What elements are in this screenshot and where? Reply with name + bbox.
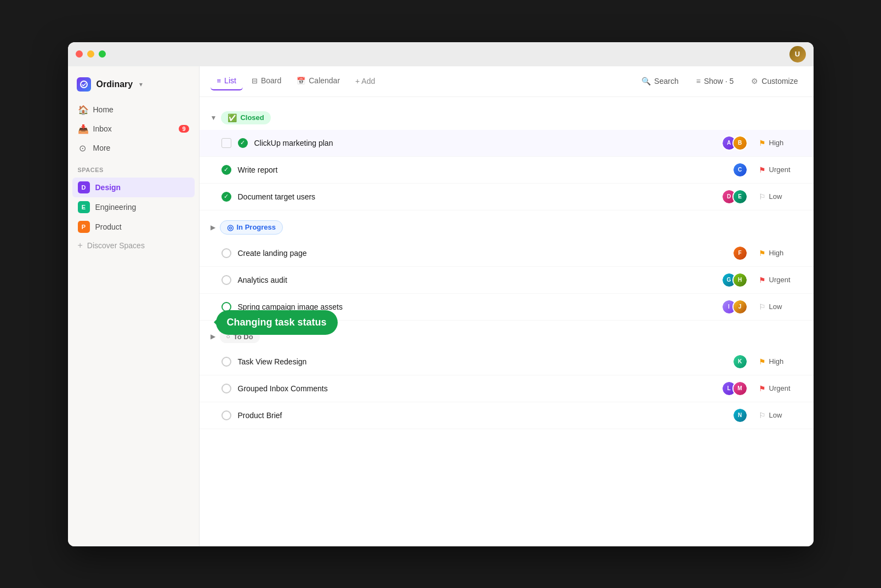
sidebar-item-home[interactable]: 🏠 Home [72,100,195,119]
product-dot: P [78,221,90,233]
sidebar-item-more[interactable]: ⊙ More [72,139,195,158]
sidebar-item-product[interactable]: P Product [72,217,195,237]
task-status-icon[interactable]: ✓ [238,138,248,148]
main-panel: ≡ List ⊟ Board 📅 Calendar + Add [200,66,814,546]
sidebar-item-inbox-label: Inbox [93,124,112,133]
customize-icon: ⚙ [751,77,758,85]
discover-spaces-plus-icon: + [78,241,83,250]
section-closed-header[interactable]: ▼ ✅ Closed [200,106,814,130]
engineering-dot: E [78,201,90,213]
priority-label: High [769,357,784,366]
task-status-icon[interactable] [221,248,231,258]
todo-circle-icon: ○ [226,333,230,340]
inprogress-label: In Progress [237,223,276,231]
calendar-icon: 📅 [297,77,305,85]
task-status-icon[interactable] [221,275,231,285]
brand-logo[interactable]: Ordinary ▾ [68,73,199,100]
main-header: ≡ List ⊟ Board 📅 Calendar + Add [200,66,814,97]
task-status-icon[interactable] [221,410,231,420]
todo-chevron-icon: ▶ [211,333,215,340]
section-inprogress-header[interactable]: ▶ ◎ In Progress [200,215,814,240]
search-button[interactable]: 🔍 Search [637,73,683,89]
sidebar-item-design[interactable]: D Design [72,178,195,197]
task-assignees: F [732,246,748,261]
high-flag-icon: ⚑ [759,357,766,366]
sidebar-item-more-label: More [93,144,111,152]
sidebar-item-home-label: Home [93,105,113,114]
low-flag-icon: ⚐ [759,302,766,311]
low-flag-icon: ⚐ [759,192,766,201]
task-status-icon[interactable] [221,357,231,367]
inbox-icon: 📥 [78,124,88,134]
task-status-icon[interactable] [221,302,231,312]
brand-chevron-icon: ▾ [139,81,143,88]
task-name: Task View Redesign [238,357,732,366]
task-status-icon[interactable]: ✓ [221,165,231,175]
priority-badge: ⚑ High [759,139,803,147]
close-button[interactable] [76,50,83,58]
priority-badge: ⚐ Low [759,302,803,311]
sidebar-item-engineering[interactable]: E Engineering [72,197,195,217]
search-icon: 🔍 [641,77,651,85]
avatar: E [732,189,748,204]
tab-board[interactable]: ⊟ Board [245,72,288,90]
minimize-button[interactable] [87,50,94,58]
row-select-checkbox[interactable] [221,138,231,148]
priority-label: Urgent [769,276,791,284]
search-label: Search [654,77,678,85]
task-name: Document target users [238,192,721,201]
customize-label: Customize [761,77,798,85]
table-row[interactable]: Spring campaign image assets I J ⚐ Low C… [200,294,814,321]
table-row[interactable]: Create landing page F ⚑ High [200,240,814,267]
task-assignees: C [732,162,748,178]
task-status-icon[interactable] [221,384,231,393]
table-row[interactable]: ⠿ ✓ ClickUp marketing plan A B ⚑ [200,130,814,157]
table-row[interactable]: ✓ Document target users D E ⚐ Low [200,184,814,210]
table-row[interactable]: Task View Redesign K ⚑ High [200,349,814,375]
engineering-label: Engineering [95,203,137,212]
show-button[interactable]: ≡ Show · 5 [692,73,738,89]
closed-status-badge: ✅ Closed [221,111,270,124]
user-avatar[interactable]: U [789,46,806,62]
table-row[interactable]: Product Brief N ⚐ Low [200,402,814,429]
board-icon: ⊟ [252,77,258,85]
spaces-section: Spaces D Design E Engineering P Product … [68,158,199,256]
task-name: Create landing page [238,249,732,258]
table-row[interactable]: ✓ Write report C ⚑ Urgent [200,157,814,184]
tab-calendar[interactable]: 📅 Calendar [290,72,346,90]
table-row[interactable]: Grouped Inbox Comments L M ⚑ Urgent [200,375,814,402]
task-assignees: N [732,408,748,423]
customize-button[interactable]: ⚙ Customize [747,73,802,89]
task-status-icon[interactable]: ✓ [221,192,231,202]
discover-spaces-button[interactable]: + Discover Spaces [72,237,195,254]
add-view-button[interactable]: + Add [349,72,382,90]
avatar: N [732,408,748,423]
sidebar: Ordinary ▾ 🏠 Home 📥 Inbox 9 ⊙ More [68,66,200,546]
maximize-button[interactable] [99,50,106,58]
priority-label: Low [769,411,782,419]
todo-label: To Do [234,333,253,341]
inbox-badge: 9 [179,125,189,133]
discover-spaces-label: Discover Spaces [87,241,145,250]
urgent-flag-icon: ⚑ [759,165,766,174]
task-assignees: K [732,354,748,369]
sidebar-item-inbox[interactable]: 📥 Inbox 9 [72,119,195,139]
priority-label: Urgent [769,165,791,174]
avatar: J [732,299,748,315]
task-assignees: I J [721,299,748,315]
product-label: Product [95,222,122,231]
table-row[interactable]: Analytics audit G H ⚑ Urgent [200,267,814,294]
task-assignees: A B [721,135,748,151]
task-name: Analytics audit [238,276,721,284]
spaces-label: Spaces [72,167,195,178]
tab-list[interactable]: ≡ List [211,72,243,90]
traffic-lights [76,50,106,58]
priority-badge: ⚑ High [759,357,803,366]
section-todo-header[interactable]: ▶ ○ To Do [200,325,814,349]
urgent-flag-icon: ⚑ [759,384,766,393]
home-icon: 🏠 [78,105,88,115]
task-assignees: G H [721,272,748,288]
show-label: Show · 5 [704,77,734,85]
app-body: Ordinary ▾ 🏠 Home 📥 Inbox 9 ⊙ More [68,66,814,546]
task-assignees: L M [721,381,748,396]
